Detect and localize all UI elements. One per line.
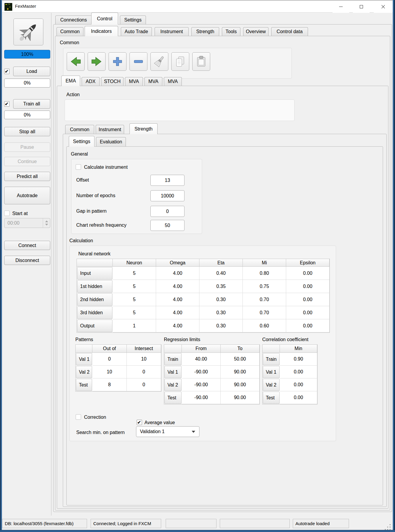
column-header[interactable]: Mi	[243, 259, 286, 267]
table-cell[interactable]: 0.60	[243, 319, 286, 332]
table-cell[interactable]: 10	[92, 366, 127, 378]
table-cell[interactable]: 4.00	[156, 267, 199, 280]
table-cell[interactable]: 0	[127, 366, 161, 378]
table-cell[interactable]: 8	[92, 378, 127, 391]
table-cell[interactable]: 0.00	[286, 293, 330, 306]
table-cell[interactable]: 1	[113, 319, 156, 332]
tab-stoch[interactable]: STOCH	[101, 77, 123, 86]
tab-strength-evaluation[interactable]: Evaluation	[96, 137, 126, 146]
copy-button[interactable]	[171, 52, 189, 71]
chart-refresh-input[interactable]: 50	[150, 220, 184, 231]
row-header[interactable]: Val 1	[164, 366, 182, 378]
calculate-instrument-checkbox[interactable]	[76, 164, 81, 170]
table-cell[interactable]: 0.00	[280, 378, 317, 391]
table-cell[interactable]: 0.00	[280, 366, 317, 378]
table-cell[interactable]: 0	[127, 378, 161, 391]
table-cell[interactable]: 4.00	[156, 293, 199, 306]
tab-instrument[interactable]: Instrument	[155, 27, 189, 36]
forward-button[interactable]	[88, 52, 106, 71]
disconnect-button[interactable]: Disconnect	[4, 256, 50, 265]
table-cell[interactable]: 5	[113, 306, 156, 319]
column-header[interactable]: To	[221, 345, 260, 353]
table-cell[interactable]: -90.00	[182, 366, 221, 378]
train-checkbox[interactable]	[4, 101, 10, 107]
row-header[interactable]: Output	[77, 320, 112, 332]
table-cell[interactable]: 90.00	[221, 366, 260, 378]
table-cell[interactable]: 4.00	[156, 319, 199, 332]
row-header[interactable]: Test	[164, 392, 182, 404]
start-at-checkbox[interactable]	[4, 211, 10, 216]
table-cell[interactable]: 50.00	[221, 353, 260, 366]
maximize-button[interactable]	[353, 0, 370, 13]
table-cell[interactable]: 0.35	[199, 280, 243, 293]
tab-indicators[interactable]: Indicators	[85, 26, 118, 36]
row-header[interactable]: Input	[77, 267, 112, 280]
tab-tools[interactable]: Tools	[222, 27, 240, 36]
tab-ema[interactable]: EMA	[61, 76, 80, 86]
epochs-input[interactable]: 10000	[150, 190, 184, 201]
table-cell[interactable]: -90.00	[182, 378, 221, 391]
row-header[interactable]: Val 1	[263, 366, 280, 378]
back-button[interactable]	[67, 52, 85, 71]
row-header[interactable]: 2nd hidden	[77, 293, 112, 306]
tab-connections[interactable]: Connections	[55, 16, 92, 24]
spinner-buttons[interactable]	[43, 218, 50, 228]
table-cell[interactable]: 4.00	[156, 280, 199, 293]
stop-all-button[interactable]: Stop all	[4, 127, 50, 136]
table-cell[interactable]: 40.00	[182, 353, 221, 366]
column-header[interactable]: Omega	[156, 259, 199, 267]
load-checkbox[interactable]	[4, 69, 10, 74]
tab-adx[interactable]: ADX	[82, 77, 100, 86]
table-cell[interactable]: 0.30	[199, 293, 243, 306]
column-header[interactable]: Epsilon	[286, 259, 330, 267]
column-header[interactable]: Intersect	[127, 345, 161, 353]
table-cell[interactable]: 0.00	[286, 306, 330, 319]
table-cell[interactable]: 0.30	[199, 319, 243, 332]
pause-button[interactable]: Pause	[4, 142, 50, 152]
row-header[interactable]: 3rd hidden	[77, 306, 112, 319]
row-header[interactable]: Train	[263, 353, 280, 365]
table-cell[interactable]: 0.70	[243, 293, 286, 306]
tab-control[interactable]: Control	[91, 13, 118, 24]
table-cell[interactable]: 0.00	[280, 391, 317, 404]
table-cell[interactable]: 0.40	[199, 267, 243, 280]
continue-button[interactable]: Continue	[4, 157, 50, 166]
train-all-button[interactable]: Train all	[13, 99, 50, 109]
average-value-checkbox[interactable]	[137, 420, 142, 425]
tab-mva-1[interactable]: MVA	[125, 77, 143, 86]
tab-overview[interactable]: Overview	[243, 27, 269, 36]
row-header[interactable]: Test	[76, 379, 92, 391]
remove-button[interactable]	[129, 52, 147, 71]
column-header[interactable]: Neuron	[113, 259, 156, 267]
table-cell[interactable]: 5	[113, 293, 156, 306]
tab-section-strength[interactable]: Strength	[129, 123, 158, 134]
table-cell[interactable]: 0.70	[243, 306, 286, 319]
column-header[interactable]: Out of	[92, 345, 127, 353]
table-cell[interactable]: 0.00	[286, 267, 330, 280]
table-cell[interactable]: 5	[113, 267, 156, 280]
close-button[interactable]	[374, 0, 392, 13]
column-header[interactable]: From	[182, 345, 221, 353]
start-time-spinner[interactable]: 00:00	[4, 218, 50, 228]
tab-mva-2[interactable]: MVA	[144, 77, 162, 86]
table-cell[interactable]: 0.00	[286, 280, 330, 293]
tab-common[interactable]: Common	[57, 27, 83, 36]
row-header[interactable]: Train	[164, 353, 182, 365]
table-cell[interactable]: 4.00	[156, 306, 199, 319]
offset-input[interactable]: 13	[150, 175, 184, 186]
column-header[interactable]: Eta	[199, 259, 243, 267]
correction-checkbox[interactable]	[76, 414, 81, 420]
row-header[interactable]: Test	[263, 392, 280, 404]
autotrade-button[interactable]: Autotrade	[4, 187, 50, 204]
table-cell[interactable]: -90.00	[182, 391, 221, 404]
predict-all-button[interactable]: Predict all	[4, 172, 50, 181]
connect-button[interactable]: Connect	[4, 241, 50, 250]
tab-section-instrument[interactable]: Instrument	[96, 125, 124, 134]
row-header[interactable]: Val 2	[164, 379, 182, 391]
tab-auto-trade[interactable]: Auto Trade	[121, 27, 152, 36]
row-header[interactable]: Val 1	[76, 353, 92, 365]
scale-image-button[interactable]	[13, 19, 43, 45]
clean-button[interactable]	[150, 52, 168, 71]
tab-section-common[interactable]: Common	[65, 125, 94, 134]
table-cell[interactable]: 10	[127, 353, 161, 366]
